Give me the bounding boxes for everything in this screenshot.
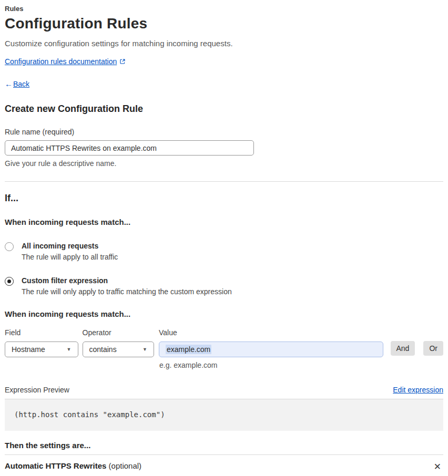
filter-heading: When incoming requests match...	[5, 309, 443, 318]
expression-preview-label: Expression Preview	[5, 386, 69, 394]
radio-button-icon[interactable]	[5, 277, 14, 286]
value-label: Value	[159, 328, 383, 337]
value-input-text: example.com	[166, 345, 211, 354]
radio-description: The rule will only apply to traffic matc…	[22, 287, 232, 296]
rule-name-label: Rule name (required)	[5, 128, 443, 136]
configuration-rules-page: Rules Configuration Rules Customize conf…	[0, 0, 448, 476]
back-link[interactable]: ← Back	[5, 79, 443, 88]
operator-label: Operator	[83, 328, 155, 337]
or-button[interactable]: Or	[423, 341, 443, 356]
back-label: Back	[13, 80, 29, 88]
setting-title: Automatic HTTPS Rewrites (optional)	[5, 461, 141, 470]
documentation-link[interactable]: Configuration rules documentation	[5, 57, 117, 66]
and-button[interactable]: And	[391, 341, 415, 356]
edit-expression-link[interactable]: Edit expression	[393, 386, 443, 394]
chevron-down-icon: ▼	[142, 347, 147, 352]
value-help-text: e.g. example.com	[159, 361, 443, 369]
rule-name-input[interactable]	[5, 140, 254, 156]
value-input[interactable]: example.com	[159, 342, 383, 357]
page-title: Configuration Rules	[5, 15, 443, 32]
section-divider	[5, 181, 443, 182]
rule-name-help: Give your rule a descriptive name.	[5, 159, 443, 168]
operator-select-value: contains	[89, 345, 117, 354]
operator-select[interactable]: contains ▼	[83, 342, 155, 357]
chevron-down-icon: ▼	[67, 347, 72, 352]
external-link-icon	[119, 58, 126, 66]
radio-custom-filter-expression[interactable]: Custom filter expression The rule will o…	[5, 276, 443, 296]
field-select[interactable]: Hostname ▼	[5, 342, 78, 357]
radio-all-incoming-requests[interactable]: All incoming requests The rule will appl…	[5, 242, 443, 261]
radio-description: The rule will apply to all traffic	[22, 253, 118, 261]
setting-optional-tag: (optional)	[109, 461, 142, 470]
setting-divider	[5, 454, 443, 455]
field-label: Field	[5, 328, 78, 337]
field-select-value: Hostname	[12, 345, 45, 354]
expression-preview-code: (http.host contains "example.com")	[5, 399, 443, 431]
if-section-title: If...	[5, 193, 443, 204]
breadcrumb: Rules	[5, 5, 443, 13]
page-subtitle: Customize configuration settings for mat…	[5, 39, 443, 48]
close-icon[interactable]: ✕	[432, 461, 443, 472]
then-settings-title: Then the settings are...	[5, 441, 443, 450]
create-rule-title: Create new Configuration Rule	[5, 104, 443, 115]
radio-label: All incoming requests	[22, 242, 118, 250]
match-heading: When incoming requests match...	[5, 218, 443, 226]
setting-name: Automatic HTTPS Rewrites	[5, 461, 106, 470]
radio-label: Custom filter expression	[22, 276, 232, 285]
radio-button-icon[interactable]	[5, 242, 14, 251]
back-arrow-icon: ←	[5, 79, 13, 88]
